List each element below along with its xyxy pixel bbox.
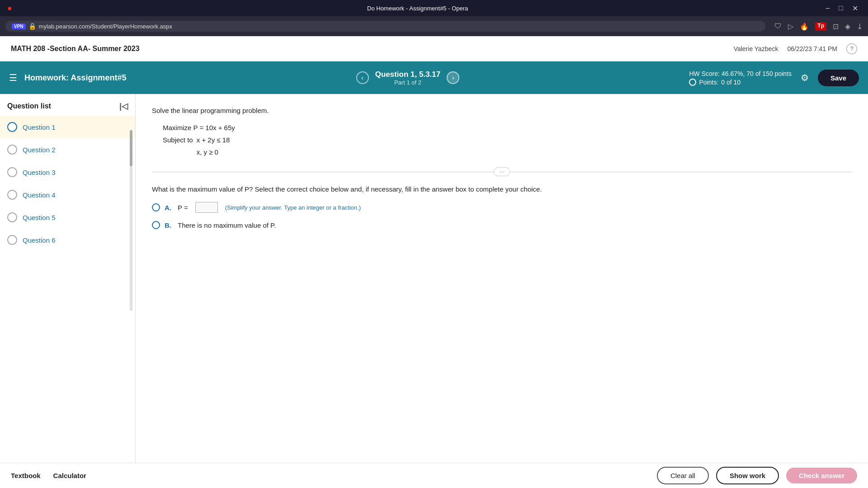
calculator-link[interactable]: Calculator xyxy=(53,472,86,479)
question-3-status-icon xyxy=(7,167,17,177)
question-4-status-icon xyxy=(7,190,17,200)
divider-line-left xyxy=(152,172,494,172)
homework-label: Homework: Assignment#5 xyxy=(24,73,126,83)
sidebar-item-question-5[interactable]: Question 5 xyxy=(0,206,135,229)
sidebar-item-question-3[interactable]: Question 3 xyxy=(0,161,135,183)
option-a-input[interactable] xyxy=(195,202,218,213)
constraint-1: x + 2y ≤ 18 xyxy=(197,134,230,146)
option-b-row: B. There is no maximum value of P. xyxy=(152,221,852,229)
wallet-icon[interactable]: ◈ xyxy=(845,22,850,31)
sidebar-item-question-2[interactable]: Question 2 xyxy=(0,138,135,161)
math-block: Maximize P = 10x + 65y Subject to x + 2y… xyxy=(163,122,852,158)
bottom-left: Textbook Calculator xyxy=(11,472,86,479)
flame-icon[interactable]: 🔥 xyxy=(800,22,809,31)
bottom-bar: Textbook Calculator Clear all Show work … xyxy=(0,463,868,488)
divider-dots-button[interactable]: ··· xyxy=(494,167,510,176)
close-button[interactable]: ✕ xyxy=(849,4,861,13)
toolbar-icons: 🛡 ▷ 🔥 Tp ⊡ ◈ ⤓ xyxy=(774,22,863,31)
option-b-radio[interactable] xyxy=(152,221,160,229)
next-question-button[interactable]: › xyxy=(447,71,459,84)
divider-line-right xyxy=(510,172,852,172)
option-a-row: A. P = (Simplify your answer. Type an in… xyxy=(152,202,852,213)
question-1-label: Question 1 xyxy=(23,123,56,131)
maximize-line: Maximize P = 10x + 65y xyxy=(163,122,852,134)
option-a-label: A. xyxy=(165,204,171,211)
clear-all-button[interactable]: Clear all xyxy=(657,467,709,484)
constraints-values: x + 2y ≤ 18 x, y ≥ 0 xyxy=(197,134,230,158)
problem-intro: Solve the linear programming problem. xyxy=(152,107,852,114)
course-title: MATH 208 -Section AA- Summer 2023 xyxy=(11,45,140,53)
sidebar-item-question-1[interactable]: Question 1 xyxy=(0,116,135,138)
question-5-status-icon xyxy=(7,212,17,222)
points-circle-icon xyxy=(689,79,696,86)
sidebar-collapse-button[interactable]: |◁ xyxy=(119,101,128,111)
sidebar-item-question-6[interactable]: Question 6 xyxy=(0,229,135,251)
question-6-status-icon xyxy=(7,235,17,245)
nav-left: ☰ Homework: Assignment#5 xyxy=(9,72,126,83)
question-1-status-icon xyxy=(7,122,17,132)
divider-row: ··· xyxy=(152,167,852,176)
sidebar-scroll-indicator xyxy=(130,130,132,311)
settings-icon[interactable]: ⚙ xyxy=(801,72,809,83)
bottom-right: Clear all Show work Check answer xyxy=(657,467,857,484)
minimize-button[interactable]: – xyxy=(823,4,832,13)
question-4-label: Question 4 xyxy=(23,191,56,199)
question-2-label: Question 2 xyxy=(23,146,56,154)
points-label: Points: xyxy=(699,79,718,86)
page-header: MATH 208 -Section AA- Summer 2023 Valeri… xyxy=(0,36,868,61)
hw-score-row: HW Score: 46.67%, 70 of 150 points xyxy=(689,70,791,77)
option-a-hint: (Simplify your answer. Type an integer o… xyxy=(225,204,361,211)
option-a-prefix: P = xyxy=(178,204,188,211)
main-layout: Question list |◁ Question 1 Question 2 Q… xyxy=(0,94,868,463)
download-icon[interactable]: ⤓ xyxy=(857,22,863,31)
vpn-badge: VPN xyxy=(12,23,26,29)
question-3-label: Question 3 xyxy=(23,169,56,176)
question-title: Question 1, 5.3.17 xyxy=(375,70,441,79)
nav-center: ‹ Question 1, 5.3.17 Part 1 of 2 › xyxy=(356,70,460,86)
browser-toolbar: VPN 🔒 mylab.pearson.com/Student/PlayerHo… xyxy=(0,16,868,36)
question-info: Question 1, 5.3.17 Part 1 of 2 xyxy=(375,70,441,86)
hamburger-icon[interactable]: ☰ xyxy=(9,72,17,83)
ext-icon[interactable]: ⊡ xyxy=(833,22,839,31)
prev-question-button[interactable]: ‹ xyxy=(356,71,369,84)
sidebar-scroll-thumb xyxy=(130,130,132,166)
header-right: Valerie Yazbeck 06/22/23 7:41 PM ? xyxy=(734,43,857,54)
maximize-button[interactable]: □ xyxy=(836,4,846,13)
constraint-2: x, y ≥ 0 xyxy=(197,146,230,158)
score-info: HW Score: 46.67%, 70 of 150 points Point… xyxy=(689,70,791,86)
hw-score-label: HW Score: xyxy=(689,70,720,77)
url-text: mylab.pearson.com/Student/PlayerHomework… xyxy=(39,23,173,30)
date-time: 06/22/23 7:41 PM xyxy=(787,45,837,52)
tp-icon[interactable]: Tp xyxy=(815,22,826,31)
save-button[interactable]: Save xyxy=(818,70,859,86)
hw-score-value: 46.67%, 70 of 150 points xyxy=(722,70,792,77)
shield-icon[interactable]: 🛡 xyxy=(774,22,782,31)
option-b-text: There is no maximum value of P. xyxy=(178,221,276,229)
show-work-button[interactable]: Show work xyxy=(716,467,779,484)
points-row: Points: 0 of 10 xyxy=(689,79,791,86)
check-answer-button[interactable]: Check answer xyxy=(786,468,857,483)
sidebar-header: Question list |◁ xyxy=(0,94,135,116)
nav-right: HW Score: 46.67%, 70 of 150 points Point… xyxy=(689,70,859,86)
constraints-block: Subject to x + 2y ≤ 18 x, y ≥ 0 xyxy=(163,134,852,158)
sidebar-item-question-4[interactable]: Question 4 xyxy=(0,183,135,206)
points-value: 0 of 10 xyxy=(721,79,741,86)
subject-to-label: Subject to xyxy=(163,134,193,158)
textbook-link[interactable]: Textbook xyxy=(11,472,41,479)
browser-titlebar: ● Do Homework - Assignment#5 - Opera – □… xyxy=(0,0,868,16)
question-5-label: Question 5 xyxy=(23,214,56,221)
url-bar[interactable]: VPN 🔒 mylab.pearson.com/Student/PlayerHo… xyxy=(5,21,765,32)
sidebar: Question list |◁ Question 1 Question 2 Q… xyxy=(0,94,136,463)
user-name: Valerie Yazbeck xyxy=(734,45,778,52)
nav-bar: ☰ Homework: Assignment#5 ‹ Question 1, 5… xyxy=(0,61,868,94)
question-6-label: Question 6 xyxy=(23,236,56,244)
content-area: Solve the linear programming problem. Ma… xyxy=(136,94,868,463)
browser-title: Do Homework - Assignment#5 - Opera xyxy=(12,5,823,12)
question-list-title: Question list xyxy=(7,102,51,110)
question-part: Part 1 of 2 xyxy=(375,79,441,86)
help-button[interactable]: ? xyxy=(846,43,857,54)
question-2-status-icon xyxy=(7,145,17,155)
play-icon[interactable]: ▷ xyxy=(788,22,793,31)
option-a-radio[interactable] xyxy=(152,203,160,211)
option-b-label: B. xyxy=(165,221,171,229)
